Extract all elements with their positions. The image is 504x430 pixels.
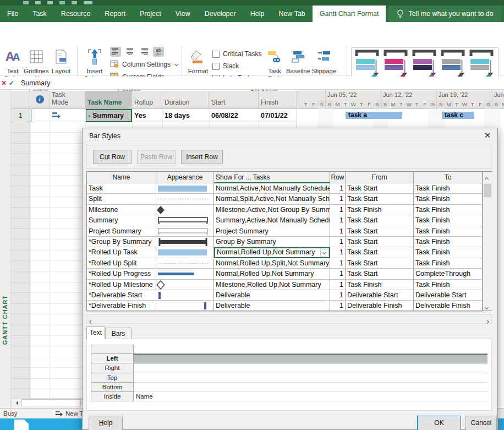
to-cell[interactable]: Task Finish (414, 258, 483, 269)
position-label-bottom[interactable]: Bottom (91, 383, 134, 392)
from-cell[interactable]: Task Start (346, 226, 414, 237)
menu-tab-report[interactable]: Report (97, 6, 133, 22)
align-left-button[interactable] (110, 47, 121, 57)
timescale-day-22[interactable]: F (476, 100, 484, 109)
layout-button[interactable]: Layout (50, 47, 73, 75)
to-cell[interactable]: Task Finish (414, 205, 483, 215)
bar-style-row-milestone[interactable]: MilestoneMilestone,Active,Not Group By S… (87, 205, 482, 215)
to-cell[interactable]: Task Finish (414, 226, 483, 237)
scroll-up-arrow[interactable] (485, 175, 488, 182)
gantt-bar-task-c[interactable]: task c (442, 112, 474, 119)
align-right-button[interactable] (139, 47, 150, 57)
row-cell[interactable]: 1 (330, 215, 346, 226)
cancel-entry-icon[interactable]: ✕ (0, 79, 8, 87)
position-value-inside[interactable]: Name (134, 392, 487, 401)
appearance-cell[interactable] (156, 301, 214, 311)
from-cell[interactable]: Task Start (346, 269, 414, 279)
show-for-cell[interactable]: Deliverable (214, 290, 330, 301)
timescale-day-1[interactable]: F (309, 100, 317, 109)
name-cell[interactable]: Summary (87, 215, 156, 226)
appearance-cell[interactable] (156, 258, 214, 269)
row1-finish-cell[interactable]: 07/01/22 (259, 109, 297, 122)
timescale-day-15[interactable]: F (420, 100, 428, 109)
timescale-day-7[interactable]: T (357, 100, 365, 109)
task-name-column-header[interactable]: Task Name (85, 91, 132, 109)
menu-tab-file[interactable]: File (0, 6, 25, 22)
from-cell[interactable]: Task Start (346, 258, 414, 269)
bar-style-row-deliverable-start[interactable]: *Deliverable StartDeliverable1Deliverabl… (87, 290, 482, 301)
appearance-cell[interactable] (156, 237, 214, 247)
from-cell[interactable]: Task Start (346, 247, 414, 258)
timescale-day-4[interactable]: M (333, 100, 341, 109)
bar-style-row-split[interactable]: SplitNormal,Split,Active,Not Manually Sc… (87, 194, 482, 204)
position-value-top[interactable] (134, 373, 487, 383)
scroll-down-arrow[interactable] (485, 303, 488, 311)
bar-style-row-rolled-up-split[interactable]: *Rolled Up SplitNormal,Rolled Up,Split,N… (87, 258, 482, 269)
grid-header-row[interactable]: Row (330, 172, 346, 183)
to-cell[interactable]: Task Finish (414, 194, 483, 204)
timescale-day-12[interactable]: T (397, 100, 404, 109)
gantt-bar-task-a[interactable]: task a (346, 112, 402, 119)
row-cell[interactable]: 1 (330, 301, 346, 311)
row1-start-cell[interactable]: 06/08/22 (209, 109, 259, 122)
position-value-right[interactable] (134, 363, 487, 373)
timescale-day-20[interactable]: W (461, 100, 468, 109)
row1-task-name-cell[interactable]: ▸Summary (85, 109, 132, 122)
show-for-cell[interactable]: Group By Summary (214, 237, 330, 247)
formula-bar-value[interactable]: Summary (21, 79, 50, 87)
appearance-cell[interactable] (156, 215, 214, 226)
finish-column-header[interactable]: Finish (259, 91, 297, 109)
from-cell[interactable]: Task Start (346, 194, 414, 204)
from-cell[interactable]: Task Start (346, 237, 414, 247)
duration-column-header[interactable]: Duration (162, 91, 209, 109)
dropdown-button[interactable] (320, 249, 328, 257)
ok-button[interactable]: OK (417, 416, 461, 430)
row-cell[interactable]: 1 (330, 247, 346, 258)
row-cell[interactable]: 1 (330, 269, 346, 279)
row-header-1[interactable]: 1 (11, 109, 30, 122)
row-cell[interactable]: 1 (330, 226, 346, 237)
show-for-cell[interactable]: Project Summary (214, 226, 330, 237)
name-cell[interactable]: *Rolled Up Split (87, 258, 156, 269)
gridlines-button[interactable]: Gridlines (24, 47, 48, 78)
appearance-cell[interactable] (156, 269, 214, 279)
show-for-cell[interactable]: Milestone,Rolled Up,Not Summary (214, 280, 330, 290)
appearance-cell[interactable] (156, 290, 214, 301)
name-cell[interactable]: *Rolled Up Task (87, 247, 156, 258)
name-cell[interactable]: Milestone (87, 205, 156, 215)
qat-icon[interactable] (72, 1, 77, 4)
name-cell[interactable]: *Deliverable Finish (87, 301, 156, 311)
row-cell[interactable]: 1 (330, 290, 346, 301)
from-cell[interactable]: Task Finish (346, 205, 414, 215)
scroll-left-arrow[interactable] (90, 317, 92, 325)
column-settings-button[interactable]: Column Settings (110, 60, 178, 68)
show-for-cell[interactable]: Normal,Active,Not Manually Scheduled (214, 183, 330, 194)
row1-rollup-cell[interactable]: Yes (132, 109, 162, 122)
show-for-cell[interactable]: Normal,Split,Active,Not Manually Schedul… (214, 194, 330, 204)
menu-tab-resource[interactable]: Resource (54, 6, 98, 22)
menu-tab-gantt-chart-format[interactable]: Gantt Chart Format (313, 6, 386, 22)
to-cell[interactable]: Deliverable Finish (414, 301, 483, 311)
menu-tab-new-tab[interactable]: New Tab (271, 6, 312, 22)
accept-entry-icon[interactable]: ✓ (8, 79, 15, 87)
bar-style-row-group-by-summary[interactable]: *Group By SummaryGroup By Summary1Task S… (87, 237, 482, 247)
timescale-day-14[interactable]: T (413, 100, 420, 109)
wrap-text-button[interactable]: abc↩ (153, 47, 164, 57)
qat-icon[interactable] (35, 1, 41, 4)
dialog-button-cut-row[interactable]: Cut Row (93, 150, 132, 164)
timescale-day-13[interactable]: W (405, 100, 413, 109)
bar-style-row-deliverable-finish[interactable]: *Deliverable FinishDeliverable1Deliverab… (87, 301, 482, 311)
timescale-day-3[interactable]: S (325, 100, 333, 109)
grid-header-appearance[interactable]: Appearance (156, 172, 214, 183)
to-cell[interactable]: Task Finish (414, 280, 483, 290)
timescale-day-18[interactable]: M (445, 100, 452, 109)
tab-text[interactable]: Text (86, 326, 105, 339)
position-value-left[interactable] (134, 354, 487, 363)
show-for-cell[interactable]: Summary,Active,Not Manually Scheduled (214, 215, 330, 226)
align-center-button[interactable] (124, 47, 135, 57)
menu-tab-help[interactable]: Help (243, 6, 272, 22)
appearance-cell[interactable] (156, 194, 214, 204)
menu-tab-task[interactable]: Task (25, 6, 54, 22)
position-value-bottom[interactable] (134, 383, 487, 392)
timescale-day-5[interactable]: T (341, 100, 349, 109)
